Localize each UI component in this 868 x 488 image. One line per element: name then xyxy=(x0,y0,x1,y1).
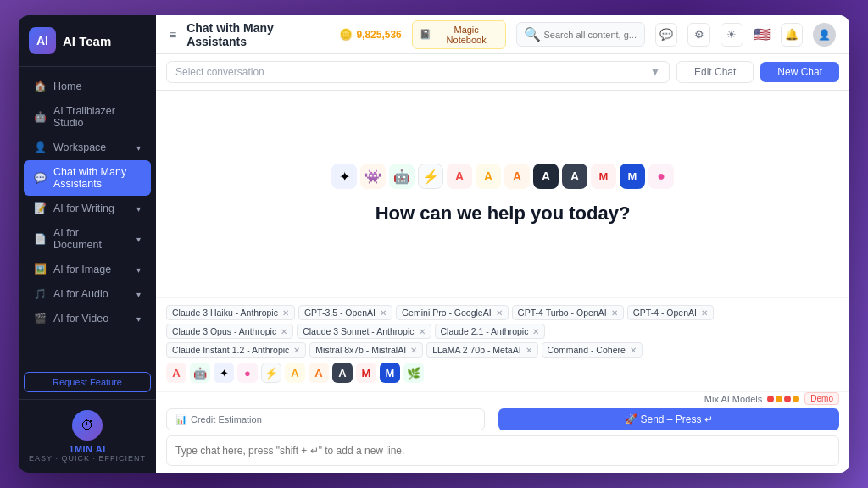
search-icon: 🔍 xyxy=(524,26,541,42)
remove-tag-button[interactable]: ✕ xyxy=(419,327,426,336)
search-input[interactable] xyxy=(544,30,637,40)
sidebar-item-ai-document[interactable]: 📄 AI for Document ▾ xyxy=(24,221,151,257)
ai-writing-label: AI for Writing xyxy=(53,202,114,214)
topbar-title: Chat with Many Assistants xyxy=(186,21,329,48)
ai-trailblazer-icon: 🤖 xyxy=(34,111,47,123)
ai-document-chevron: ▾ xyxy=(136,235,141,244)
sidebar-nav: 🏠 Home 🤖 AI Trailblazer Studio 👤 Workspa… xyxy=(19,67,156,367)
ai-icon-5: A xyxy=(476,164,501,189)
remove-tag-button[interactable]: ✕ xyxy=(282,308,289,318)
main-content: ≡ Chat with Many Assistants 🪙 9,825,536 … xyxy=(156,15,849,473)
model-tag: GPT-3.5 - OpenAI✕ xyxy=(298,305,392,320)
conversation-select-placeholder: Select conversation xyxy=(175,66,264,78)
chat-icon: 💬 xyxy=(34,172,47,184)
sidebar-item-workspace[interactable]: 👤 Workspace ▾ xyxy=(24,136,151,159)
sidebar: AI AI Team 🏠 Home 🤖 AI Trailblazer Studi… xyxy=(19,15,156,473)
credits-value: 9,825,536 xyxy=(356,29,401,41)
remove-tag-button[interactable]: ✕ xyxy=(701,308,708,318)
demo-badge: Demo xyxy=(804,392,839,405)
mix-dot-yellow xyxy=(776,396,782,402)
model-tag: Claude 3 Haiku - Anthropic✕ xyxy=(166,305,295,320)
remove-tag-button[interactable]: ✕ xyxy=(380,308,387,318)
ai-icon-1: 👾 xyxy=(360,164,386,189)
remove-tag-button[interactable]: ✕ xyxy=(611,308,618,318)
edit-chat-button[interactable]: Edit Chat xyxy=(676,61,754,83)
model-tags-row-1: Claude 3 Haiku - Anthropic✕GPT-3.5 - Ope… xyxy=(166,305,839,339)
search-bar[interactable]: 🔍 xyxy=(516,22,645,47)
model-icon-sm-6: A xyxy=(309,363,329,383)
language-flag[interactable]: 🇺🇸 xyxy=(754,26,771,42)
remove-tag-button[interactable]: ✕ xyxy=(526,346,532,355)
ai-audio-icon: 🎵 xyxy=(34,288,47,300)
credit-estimation: 📊 Credit Estimation xyxy=(166,408,485,430)
remove-tag-button[interactable]: ✕ xyxy=(410,346,417,355)
ai-icon-4: A xyxy=(447,164,472,189)
theme-button[interactable]: ☀ xyxy=(721,23,743,47)
mix-dot-red xyxy=(767,396,774,402)
remove-tag-button[interactable]: ✕ xyxy=(630,346,637,355)
chat-area: ✦ 👾 🤖 ⚡ A A A A A M M ● How can we help … xyxy=(156,91,849,297)
model-tag: GPT-4 Turbo - OpenAI✕ xyxy=(512,305,624,320)
model-icon-sm-sparkle: ✦ xyxy=(214,363,234,383)
sidebar-item-ai-audio[interactable]: 🎵 AI for Audio ▾ xyxy=(24,282,151,306)
model-icon-sm-10: 🌿 xyxy=(403,363,424,383)
request-feature-button[interactable]: Request Feature xyxy=(24,372,151,392)
ai-icon-11: ● xyxy=(648,164,674,189)
chat-label: Chat with Many Assistants xyxy=(53,166,141,190)
model-tag: Gemini Pro - GoogleAI✕ xyxy=(396,305,509,320)
sidebar-item-ai-trailblazer[interactable]: 🤖 AI Trailblazer Studio xyxy=(24,99,151,135)
sidebar-item-ai-writing[interactable]: 📝 AI for Writing ▾ xyxy=(24,197,151,220)
model-tag: Command - Cohere✕ xyxy=(542,342,643,358)
send-button[interactable]: 🚀 Send – Press ↵ xyxy=(498,408,839,430)
ai-image-icon: 🖼️ xyxy=(34,263,47,275)
credits-display: 🪙 9,825,536 xyxy=(339,28,401,41)
model-tag: Claude 3 Sonnet - Anthropic✕ xyxy=(297,324,431,339)
sidebar-item-ai-image[interactable]: 🖼️ AI for Image ▾ xyxy=(24,258,151,281)
menu-icon[interactable]: ≡ xyxy=(170,28,176,42)
ai-document-icon: 📄 xyxy=(34,233,47,245)
ai-writing-chevron: ▾ xyxy=(136,204,141,214)
mix-ai-toggle[interactable] xyxy=(767,396,799,402)
model-icon-sm-9: M xyxy=(380,363,400,383)
remove-tag-button[interactable]: ✕ xyxy=(281,327,287,336)
input-area: Mix AI Models Demo 📊 Credit Estimation 🚀… xyxy=(156,391,849,473)
ai-icons-row: ✦ 👾 🤖 ⚡ A A A A A M M ● xyxy=(331,164,674,189)
ai-icon-9: M xyxy=(591,164,616,189)
ai-icon-7: A xyxy=(533,164,559,189)
avatar[interactable]: 👤 xyxy=(813,23,836,47)
notifications-button[interactable]: 🔔 xyxy=(781,23,804,47)
ai-icon-3: ⚡ xyxy=(418,164,443,189)
model-tags-area: Claude 3 Haiku - Anthropic✕GPT-3.5 - Ope… xyxy=(156,297,849,391)
conversation-select[interactable]: Select conversation ▼ xyxy=(166,61,670,83)
mix-ai-row: Mix AI Models Demo xyxy=(166,392,839,405)
ai-video-chevron: ▾ xyxy=(136,314,141,324)
ai-writing-icon: 📝 xyxy=(34,202,47,214)
remove-tag-button[interactable]: ✕ xyxy=(293,346,300,355)
ai-trailblazer-label: AI Trailblazer Studio xyxy=(53,105,141,129)
mix-dot-yellow2 xyxy=(793,396,799,402)
model-icon-sm-5: A xyxy=(285,363,305,383)
sidebar-item-chat[interactable]: 💬 Chat with Many Assistants xyxy=(24,160,151,196)
new-chat-button[interactable]: New Chat xyxy=(760,62,839,82)
footer-logo-icon: ⏱ xyxy=(72,410,103,441)
ai-icon-2: 🤖 xyxy=(389,164,415,189)
model-icon-sm-7: A xyxy=(332,363,353,383)
ai-icon-8: A xyxy=(562,164,587,189)
mix-dot-red2 xyxy=(784,396,791,402)
workspace-label: Workspace xyxy=(53,141,106,153)
sidebar-item-ai-video[interactable]: 🎬 AI for Video ▾ xyxy=(24,307,151,330)
ai-audio-label: AI for Audio xyxy=(53,288,108,300)
settings-button[interactable]: ⚙ xyxy=(687,23,710,47)
remove-tag-button[interactable]: ✕ xyxy=(532,327,539,336)
magic-notebook-button[interactable]: 📓 Magic Notebook xyxy=(412,20,506,49)
mix-ai-label: Mix AI Models xyxy=(704,394,762,404)
sidebar-item-home[interactable]: 🏠 Home xyxy=(24,75,151,98)
model-icon-sm-4: ⚡ xyxy=(261,363,281,383)
ai-document-label: AI for Document xyxy=(53,227,130,251)
chat-input[interactable] xyxy=(166,435,839,466)
conversation-bar: Select conversation ▼ Edit Chat New Chat xyxy=(156,54,849,91)
chat-bubble-button[interactable]: 💬 xyxy=(655,23,678,47)
ai-icon-sparkle: ✦ xyxy=(331,164,357,189)
remove-tag-button[interactable]: ✕ xyxy=(496,308,503,318)
model-tag: Mistral 8x7b - MistralAI✕ xyxy=(309,342,423,358)
